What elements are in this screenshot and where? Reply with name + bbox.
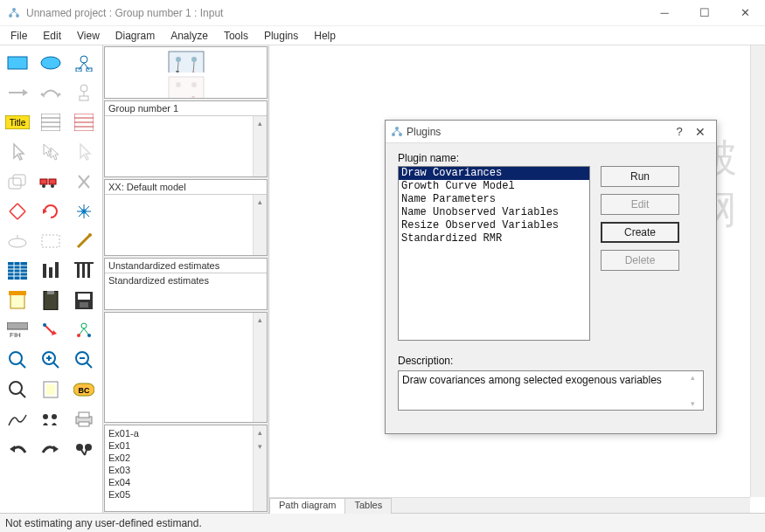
tool-move[interactable] bbox=[35, 168, 66, 196]
tool-dataset-list[interactable] bbox=[68, 108, 100, 136]
tool-zoom-select[interactable] bbox=[2, 346, 33, 374]
svg-rect-101 bbox=[169, 52, 204, 73]
menu-tools[interactable]: Tools bbox=[217, 28, 255, 44]
scrollbar[interactable]: ▴ bbox=[253, 195, 267, 255]
plugin-list[interactable]: Draw Covariances Growth Curve Model Name… bbox=[398, 166, 590, 341]
tool-shape-change[interactable] bbox=[2, 197, 33, 225]
file-item[interactable]: Ex01 bbox=[108, 439, 263, 452]
tool-calculate[interactable] bbox=[68, 257, 100, 285]
file-item[interactable]: Ex01-a bbox=[108, 427, 263, 439]
tool-covariance-arrow[interactable] bbox=[35, 79, 66, 107]
tool-select[interactable] bbox=[2, 138, 33, 166]
tool-zoom-in[interactable] bbox=[35, 346, 66, 374]
tool-drag-props[interactable] bbox=[35, 316, 66, 344]
tool-error-var[interactable] bbox=[68, 79, 100, 107]
dialog-titlebar[interactable]: Plugins ? ✕ bbox=[386, 121, 716, 143]
tool-analysis-props[interactable] bbox=[35, 257, 66, 285]
tool-reflect[interactable] bbox=[68, 197, 100, 225]
tool-zoom-fit[interactable] bbox=[2, 376, 33, 404]
description-box[interactable]: Draw covariances among selected exogenou… bbox=[398, 370, 704, 411]
tool-deselect[interactable] bbox=[68, 138, 100, 166]
close-button[interactable]: ✕ bbox=[725, 0, 765, 26]
tab-tables[interactable]: Tables bbox=[344, 498, 392, 514]
tool-rotate[interactable] bbox=[35, 197, 66, 225]
menu-help[interactable]: Help bbox=[307, 28, 343, 44]
model-output-icon[interactable] bbox=[164, 73, 208, 98]
minimize-button[interactable]: ─ bbox=[644, 0, 685, 26]
tool-undo[interactable] bbox=[2, 435, 33, 463]
vertical-scrollbar[interactable] bbox=[750, 45, 765, 497]
plugin-item[interactable]: Resize Observed Variables bbox=[399, 219, 589, 232]
svg-rect-29 bbox=[40, 179, 47, 184]
tool-bayesian[interactable] bbox=[2, 405, 33, 433]
plugin-item[interactable]: Name Parameters bbox=[399, 193, 589, 206]
svg-point-109 bbox=[176, 82, 181, 87]
svg-point-70 bbox=[81, 323, 87, 328]
tool-redo[interactable] bbox=[35, 435, 66, 463]
menu-file[interactable]: File bbox=[3, 28, 34, 44]
tool-print[interactable] bbox=[68, 405, 100, 433]
create-button[interactable]: Create bbox=[601, 222, 679, 243]
menu-diagram[interactable]: Diagram bbox=[108, 28, 162, 44]
tool-rectangle[interactable] bbox=[2, 49, 33, 77]
tool-loupe[interactable]: BC bbox=[68, 376, 100, 404]
plugin-item[interactable]: Standardized RMR bbox=[399, 232, 589, 245]
scrollbar[interactable]: ▴ bbox=[253, 313, 267, 422]
edit-button[interactable]: Edit bbox=[601, 194, 679, 215]
svg-marker-11 bbox=[23, 89, 28, 96]
tool-title[interactable]: Title bbox=[2, 108, 33, 136]
menu-view[interactable]: View bbox=[70, 28, 107, 44]
model-input-icon[interactable] bbox=[164, 47, 208, 73]
tool-move-param[interactable] bbox=[2, 227, 33, 255]
desc-scroll[interactable]: ▴▾ bbox=[691, 373, 701, 408]
menu-plugins[interactable]: Plugins bbox=[257, 28, 305, 44]
menu-edit[interactable]: Edit bbox=[36, 28, 68, 44]
maximize-button[interactable]: ☐ bbox=[685, 0, 725, 26]
tool-ellipse[interactable] bbox=[35, 49, 66, 77]
tool-erase[interactable] bbox=[68, 168, 100, 196]
tool-scroll[interactable] bbox=[35, 227, 66, 255]
dialog-close-button[interactable]: ✕ bbox=[690, 125, 711, 139]
file-item[interactable]: Ex04 bbox=[108, 476, 263, 488]
tool-data-files[interactable] bbox=[2, 257, 33, 285]
plugin-item[interactable]: Name Unobserved Variables bbox=[399, 206, 589, 219]
tool-multigroup[interactable] bbox=[35, 405, 66, 433]
scrollbar[interactable]: ▴ bbox=[253, 116, 267, 176]
tool-path-arrow[interactable] bbox=[2, 79, 33, 107]
file-item[interactable]: Ex02 bbox=[108, 452, 263, 464]
plugin-item[interactable]: Draw Covariances bbox=[399, 167, 589, 180]
delete-button[interactable]: Delete bbox=[601, 250, 679, 271]
svg-point-4 bbox=[41, 57, 60, 69]
tool-object-props[interactable]: FIH bbox=[2, 316, 33, 344]
svg-point-2 bbox=[16, 14, 19, 17]
tool-touch-up[interactable] bbox=[68, 227, 100, 255]
svg-rect-60 bbox=[9, 291, 26, 295]
dialog-help-button[interactable]: ? bbox=[669, 125, 690, 138]
tab-path-diagram[interactable]: Path diagram bbox=[269, 498, 345, 514]
file-item[interactable]: Ex05 bbox=[108, 488, 263, 501]
tool-save[interactable] bbox=[68, 287, 100, 314]
estimates-std[interactable]: Standardized estimates bbox=[105, 273, 267, 287]
tool-zoom-out[interactable] bbox=[68, 346, 100, 374]
tool-spec-search[interactable] bbox=[68, 435, 100, 463]
scrollbar[interactable]: ▴▾ bbox=[253, 425, 267, 511]
plugin-item[interactable]: Growth Curve Model bbox=[399, 180, 589, 193]
group-item[interactable]: Group number 1 bbox=[105, 101, 267, 116]
estimates-unstd[interactable]: Unstandardized estimates bbox=[105, 259, 267, 273]
tool-variable-list[interactable] bbox=[35, 108, 66, 136]
tool-latent[interactable] bbox=[68, 49, 100, 77]
run-button[interactable]: Run bbox=[601, 166, 679, 187]
file-item[interactable]: Ex03 bbox=[108, 464, 263, 476]
menu-analyze[interactable]: Analyze bbox=[163, 28, 215, 44]
tool-duplicate[interactable] bbox=[2, 168, 33, 196]
tool-select-all[interactable] bbox=[35, 138, 66, 166]
panel-thumbnails bbox=[104, 46, 268, 99]
model-item[interactable]: XX: Default model bbox=[105, 180, 267, 195]
panel-files: Ex01-a Ex01 Ex02 Ex03 Ex04 Ex05 ▴▾ bbox=[104, 425, 268, 512]
svg-point-1 bbox=[9, 14, 12, 17]
tool-copy-clipboard[interactable] bbox=[2, 287, 33, 314]
tool-view-text[interactable] bbox=[35, 287, 66, 314]
tool-preserve-symm[interactable] bbox=[68, 316, 100, 344]
tool-fit-page[interactable] bbox=[35, 376, 66, 404]
svg-point-0 bbox=[12, 8, 16, 11]
